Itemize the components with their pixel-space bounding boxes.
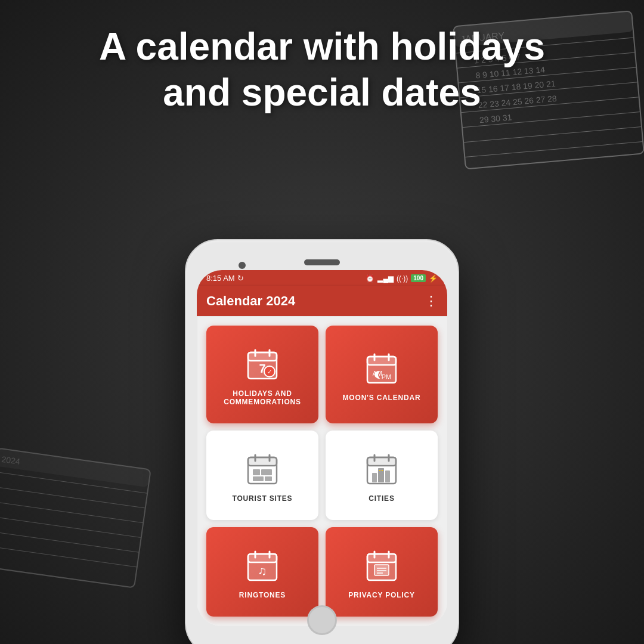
signal-icon: ▂▄▆ xyxy=(377,274,394,283)
moon-icon: AM PM xyxy=(363,349,401,388)
phone-top xyxy=(197,251,447,270)
svg-rect-47 xyxy=(367,457,396,466)
svg-rect-39 xyxy=(248,457,277,466)
app-menu-button[interactable]: ⋮ xyxy=(425,293,438,309)
ringtones-label: RINGTONES xyxy=(239,591,286,599)
svg-rect-61 xyxy=(367,554,396,562)
svg-line-21 xyxy=(0,516,141,537)
phone-speaker xyxy=(304,259,340,265)
app-content-grid: 7 ✓ HOLIDAYS ANDCOMMEMORATIONS AM xyxy=(197,316,447,626)
svg-rect-52 xyxy=(385,470,390,482)
svg-text:PM: PM xyxy=(382,373,392,380)
card-privacy[interactable]: PRIVACY POLICY xyxy=(326,527,438,617)
battery-label: 100 xyxy=(411,274,426,282)
svg-rect-53 xyxy=(379,470,380,471)
status-left: 8:15 AM ↻ xyxy=(206,274,244,283)
card-ringtones[interactable]: ♫ RINGTONES xyxy=(206,527,318,617)
svg-rect-43 xyxy=(261,469,272,475)
card-moons[interactable]: AM PM MOON'S CALENDAR xyxy=(326,326,438,423)
tourist-label: TOURIST SITES xyxy=(233,494,293,503)
svg-rect-26 xyxy=(248,352,277,361)
cities-icon xyxy=(363,450,401,488)
svg-text:✓: ✓ xyxy=(267,369,272,375)
wifi-icon: ((·)) xyxy=(397,274,408,283)
status-time: 8:15 AM xyxy=(206,274,235,283)
svg-rect-44 xyxy=(253,476,264,481)
svg-rect-56 xyxy=(248,554,277,562)
app-bar: Calendar 2024 ⋮ xyxy=(197,286,447,316)
phone-body: 8:15 AM ↻ ⏰ ▂▄▆ ((·)) 100 ⚡ Calendar 202… xyxy=(185,239,459,644)
svg-line-22 xyxy=(0,531,139,552)
phone-screen: 8:15 AM ↻ ⏰ ▂▄▆ ((·)) 100 ⚡ Calendar 202… xyxy=(197,270,447,626)
status-bar: 8:15 AM ↻ ⏰ ▂▄▆ ((·)) 100 ⚡ xyxy=(197,270,447,286)
svg-rect-45 xyxy=(265,476,272,481)
card-tourist[interactable]: TOURIST SITES xyxy=(206,431,318,520)
svg-rect-54 xyxy=(382,470,383,471)
alarm-icon: ⏰ xyxy=(366,274,374,283)
status-sync: ↻ xyxy=(237,274,244,283)
svg-rect-51 xyxy=(378,468,384,482)
svg-line-8 xyxy=(463,127,642,143)
svg-rect-33 xyxy=(367,357,396,365)
bg-calendar-left: 2024 xyxy=(0,441,169,596)
svg-rect-50 xyxy=(372,473,377,482)
cities-label: CITIES xyxy=(369,494,394,503)
card-cities[interactable]: CITIES xyxy=(326,431,438,520)
ringtones-icon: ♫ xyxy=(243,547,281,585)
header-section: A calendar with holidays and special dat… xyxy=(0,24,644,116)
svg-rect-42 xyxy=(253,469,260,475)
lightning-icon: ⚡ xyxy=(429,274,438,283)
privacy-label: PRIVACY POLICY xyxy=(348,591,414,599)
status-right: ⏰ ▂▄▆ ((·)) 100 ⚡ xyxy=(366,274,438,283)
svg-text:♫: ♫ xyxy=(258,564,267,577)
home-button[interactable] xyxy=(307,605,337,635)
phone-bottom xyxy=(197,626,447,644)
card-holidays[interactable]: 7 ✓ HOLIDAYS ANDCOMMEMORATIONS xyxy=(206,326,318,423)
phone-camera xyxy=(239,262,246,269)
tourist-icon xyxy=(243,450,281,488)
privacy-icon xyxy=(363,547,401,585)
header-title: A calendar with holidays and special dat… xyxy=(48,24,596,116)
holidays-label: HOLIDAYS ANDCOMMEMORATIONS xyxy=(224,389,301,406)
app-title: Calendar 2024 xyxy=(206,293,295,309)
svg-line-9 xyxy=(465,141,643,157)
svg-line-23 xyxy=(0,546,137,567)
holidays-icon: 7 ✓ xyxy=(243,345,281,383)
moon-label: MOON'S CALENDAR xyxy=(343,394,421,402)
svg-rect-64 xyxy=(374,565,389,575)
phone-mockup: 8:15 AM ↻ ⏰ ▂▄▆ ((·)) 100 ⚡ Calendar 202… xyxy=(185,239,459,644)
